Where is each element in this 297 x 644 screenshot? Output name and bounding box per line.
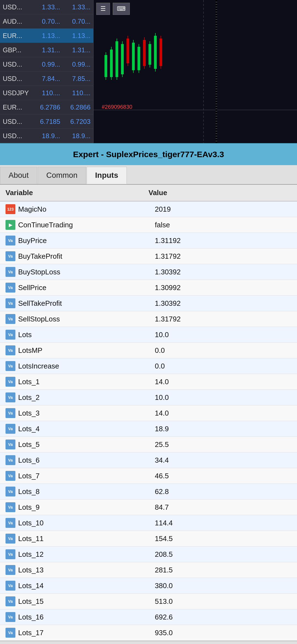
market-bid: 1.13... [30,32,60,40]
keyboard-button[interactable]: ⌨ [113,3,130,15]
row-name: Lots_7 [18,472,155,480]
row-name: Lots_5 [18,440,155,449]
table-row[interactable]: Va BuyPrice 1.31192 [0,233,297,249]
svg-rect-11 [133,40,134,73]
table-row[interactable]: Va Lots_16 692.6 [0,609,297,625]
row-value: 14.0 [155,378,292,386]
row-name: Lots_17 [18,629,155,637]
table-row[interactable]: Va SellTakeProfit 1.30392 [0,296,297,311]
table-row[interactable]: Va Lots_11 154.5 [0,531,297,547]
market-row[interactable]: USD... 7.84... 7.85... [0,72,93,86]
table-row[interactable]: Va BuyTakeProfit 1.31792 [0,249,297,264]
row-icon-var: Va [6,298,15,308]
table-row[interactable]: Va SellStopLoss 1.31792 [0,311,297,327]
row-name: LotsIncrease [18,362,155,370]
row-value: 0.0 [155,346,292,355]
market-symbol: AUD... [3,18,30,25]
row-name: Lots_2 [18,393,155,402]
table-row[interactable]: Va Lots 10.0 [0,327,297,343]
market-ask: 18.9... [60,132,90,140]
market-row[interactable]: AUD... 0.70... 0.70... [0,14,93,29]
expert-title: Expert - SuplexPrices_tiger777-EAv3.3 [73,150,224,159]
row-icon-bool: ▶ [6,220,15,230]
dialog-buttons: OK Cancel [0,641,297,644]
svg-rect-9 [128,36,128,66]
row-value: 0.0 [155,362,292,370]
market-symbol: USD... [3,132,30,140]
market-bid: 18.9... [30,132,60,140]
table-row[interactable]: Va Lots_10 114.4 [0,515,297,531]
market-bid: 110.... [30,89,60,97]
table-row[interactable]: Va Lots_9 84.7 [0,500,297,515]
table-row[interactable]: Va Lots_17 935.0 [0,625,297,641]
market-row[interactable]: EUR... 1.13... 1.13... [0,29,93,43]
row-name: BuyPrice [18,236,155,245]
svg-rect-5 [117,39,117,80]
row-value: 46.5 [155,472,292,480]
row-name: ConTinueTrading [18,221,155,229]
market-row[interactable]: USD... 18.9... 18.9... [0,129,93,143]
table-row[interactable]: Va SellPrice 1.30992 [0,280,297,296]
market-row[interactable]: EUR... 6.2786 6.2866 [0,100,93,114]
row-name: Lots [18,331,155,339]
row-value: false [155,221,292,229]
table-row[interactable]: Va Lots_8 62.8 [0,484,297,500]
row-icon-var: Va [6,251,15,261]
chart-toolbar: ☰ ⌨ [96,3,130,15]
row-value: 84.7 [155,503,292,512]
row-icon-var: Va [6,408,15,418]
table-row[interactable]: Va Lots_7 46.5 [0,468,297,484]
row-icon-var: Va [6,549,15,559]
market-bid: 0.70... [30,18,60,25]
table-row[interactable]: 123 MagicNo 2019 [0,201,297,217]
market-row[interactable]: USD... 6.7185 6.7203 [0,114,93,129]
menu-button[interactable]: ☰ [96,3,110,15]
table-row[interactable]: Va Lots_13 281.5 [0,562,297,578]
table-row[interactable]: Va Lots_2 10.0 [0,390,297,405]
row-value: 692.6 [155,613,292,621]
tab-common[interactable]: Common [38,167,86,184]
table-row[interactable]: Va BuyStopLoss 1.30392 [0,264,297,280]
table-row[interactable]: Va Lots_12 208.5 [0,547,297,562]
table-row[interactable]: Va LotsIncrease 0.0 [0,358,297,374]
row-name: Lots_10 [18,519,155,527]
market-row[interactable]: USD... 0.99... 0.99... [0,57,93,72]
table-row[interactable]: Va Lots_6 34.4 [0,452,297,468]
market-bid: 1.33... [30,3,60,11]
row-name: BuyStopLoss [18,268,155,276]
row-value: 1.31792 [155,252,292,261]
candlestick-chart: ☰ ⌨ #269096830 [94,0,297,143]
row-icon-var: Va [6,502,15,512]
candles-svg [94,0,297,143]
row-icon-var: Va [6,518,15,528]
table-row[interactable]: Va Lots_14 380.0 [0,578,297,594]
tab-about[interactable]: About [0,167,37,184]
row-value: 14.0 [155,409,292,417]
market-row[interactable]: GBP... 1.31... 1.31... [0,43,93,57]
expert-header: Expert - SuplexPrices_tiger777-EAv3.3 [0,143,297,165]
row-icon-var: Va [6,565,15,575]
row-value: 380.0 [155,582,292,590]
market-row[interactable]: USDJPY 110.... 110.... [0,86,93,100]
table-row[interactable]: ▶ ConTinueTrading false [0,217,297,233]
market-ask: 1.31... [60,46,90,54]
market-row[interactable]: USD... 1.33... 1.33... [0,0,93,14]
market-symbol: USDJPY [3,89,30,97]
table-row[interactable]: Va Lots_1 14.0 [0,374,297,390]
row-name: Lots_4 [18,425,155,433]
row-name: Lots_13 [18,566,155,574]
row-icon-var: Va [6,534,15,544]
tab-inputs[interactable]: Inputs [87,167,127,184]
table-row[interactable]: Va Lots_15 513.0 [0,594,297,609]
table-row[interactable]: Va Lots_4 18.9 [0,421,297,437]
table-row[interactable]: Va Lots_3 14.0 [0,405,297,421]
market-list: USD... 1.33... 1.33... AUD... 0.70... 0.… [0,0,94,143]
row-icon-var: Va [6,314,15,324]
svg-rect-17 [150,41,150,67]
table-row[interactable]: Va Lots_5 25.5 [0,437,297,452]
row-name: Lots_3 [18,409,155,417]
row-icon-var: Va [6,361,15,371]
table-row[interactable]: Va LotsMP 0.0 [0,343,297,358]
row-name: Lots_12 [18,550,155,559]
row-name: BuyTakeProfit [18,252,155,261]
